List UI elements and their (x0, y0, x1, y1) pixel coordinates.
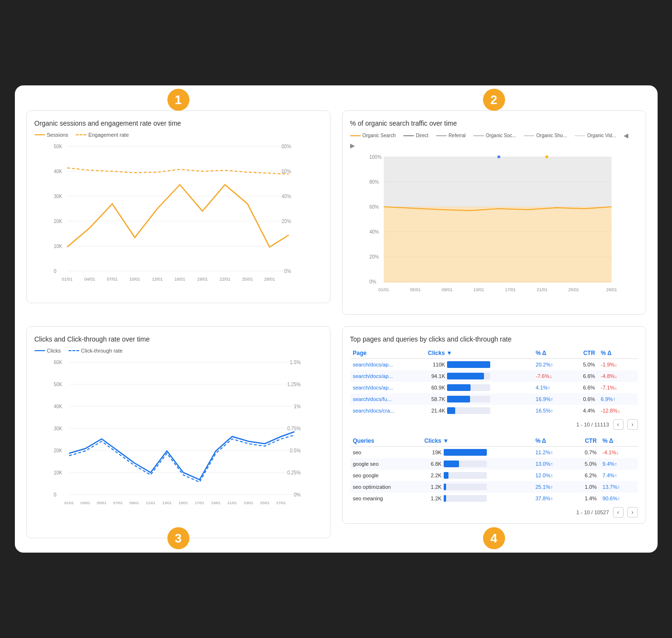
svg-text:17/01: 17/01 (505, 287, 516, 292)
q-clicks-cell: 1.2K (422, 481, 533, 493)
legend-direct: Direct (403, 132, 428, 139)
svg-text:20%: 20% (369, 254, 379, 260)
svg-text:30K: 30K (54, 194, 62, 199)
pct-delta2-cell: -12.8%↓ (598, 405, 638, 416)
query-cell: seo optimization (350, 481, 422, 493)
pages-prev-btn[interactable]: ‹ (613, 419, 624, 430)
organic-soc-icon (473, 135, 484, 136)
svg-text:22/01: 22/01 (219, 277, 230, 282)
col-pct-delta1: % Δ (533, 348, 570, 359)
query-cell: seo google (350, 470, 422, 481)
main-grid: 1 Organic sessions and engagement rate o… (26, 100, 646, 538)
query-cell: seo (350, 447, 422, 459)
ctr-cell: 4.4% (570, 405, 598, 416)
svg-text:80%: 80% (369, 179, 379, 185)
svg-marker-39 (384, 157, 612, 207)
q-clicks-cell: 19K (422, 447, 533, 459)
svg-text:07/01: 07/01 (113, 501, 123, 505)
svg-text:100%: 100% (369, 154, 382, 160)
pct-delta1-cell: 20.2%↑ (533, 359, 570, 371)
legend-engagement-label: Engagement rate (88, 132, 129, 138)
col-q-pct-delta2: % Δ (600, 436, 637, 447)
svg-text:04/01: 04/01 (84, 277, 95, 282)
col-q-pct-delta1: % Δ (532, 436, 570, 447)
svg-text:13/01: 13/01 (152, 277, 163, 282)
legend-sessions-label: Sessions (47, 132, 69, 138)
svg-point-42 (545, 155, 548, 158)
svg-text:01/01: 01/01 (64, 501, 74, 505)
svg-text:25/01: 25/01 (568, 287, 579, 292)
pages-next-btn[interactable]: › (627, 419, 638, 430)
query-cell: seo meaning (350, 493, 422, 504)
svg-point-41 (497, 155, 500, 158)
panel4-wrapper: Top pages and queries by clicks and clic… (342, 326, 646, 538)
queries-pagination: 1 - 10 / 10527 ‹ › (350, 507, 638, 518)
svg-text:40K: 40K (54, 404, 62, 409)
svg-text:13/01: 13/01 (162, 501, 172, 505)
svg-text:05/01: 05/01 (410, 287, 421, 292)
svg-text:17/01: 17/01 (194, 501, 204, 505)
svg-text:09/01: 09/01 (441, 287, 452, 292)
engagement-line-icon (76, 134, 86, 135)
queries-next-btn[interactable]: › (627, 507, 638, 518)
sessions-line-icon (35, 134, 45, 135)
legend-organic-search-label: Organic Search (363, 133, 396, 138)
clicks-cell: 60.9K (425, 382, 533, 393)
queries-prev-btn[interactable]: ‹ (613, 507, 624, 518)
svg-text:60K: 60K (54, 360, 62, 365)
page-cell: search/docs/cra... (350, 405, 425, 416)
svg-text:50K: 50K (54, 144, 62, 149)
pages-table: Page Clicks ▼ % Δ CTR % Δ search/docs/ap… (350, 348, 638, 416)
badge-3: 3 (167, 527, 189, 549)
panel3-svg: 60K 50K 40K 30K 20K 10K 0 1.5% 1.25% 1% … (35, 357, 322, 530)
pages-table-row: search/docs/ap... 60.9K 4.1%↑ 6.6% -7.1%… (350, 382, 638, 393)
clicks-cell: 58.7K (425, 393, 533, 405)
svg-text:21/01: 21/01 (227, 501, 237, 505)
queries-table-row: google seo 6.8K 13.0%↑ 5.0% 9.4%↑ (350, 458, 638, 470)
panel2-chart: 100% 80% 60% 40% 20% 0% (350, 153, 638, 308)
svg-text:25/01: 25/01 (242, 277, 253, 282)
svg-text:25/01: 25/01 (259, 501, 270, 505)
legend-organic-vid: Organic Vid... (575, 132, 616, 139)
col-clicks[interactable]: Clicks ▼ (425, 348, 533, 359)
pct-delta1-cell: -7.6%↓ (533, 370, 570, 382)
col-query[interactable]: Queries (350, 436, 422, 447)
dashboard: 1 Organic sessions and engagement rate o… (15, 85, 658, 553)
q-ctr-cell: 5.0% (571, 458, 600, 470)
svg-text:07/01: 07/01 (106, 277, 118, 282)
pages-pagination: 1 - 10 / 11113 ‹ › (350, 419, 638, 430)
col-page[interactable]: Page (350, 348, 425, 359)
q-pct-delta1-cell: 25.1%↑ (532, 481, 570, 493)
col-q-clicks[interactable]: Clicks ▼ (422, 436, 533, 447)
svg-text:0%: 0% (369, 279, 377, 284)
panel1: Organic sessions and engagement rate ove… (26, 110, 330, 303)
pages-table-row: search/docs/cra... 21.4K 16.5%↑ 4.4% -12… (350, 405, 638, 416)
q-pct-delta2-cell: 13.7%↑ (600, 481, 637, 493)
q-pct-delta1-cell: 11.2%↑ (532, 447, 570, 459)
organic-sho-icon (524, 135, 534, 136)
panel2: % of organic search traffic over time Or… (342, 110, 646, 315)
prev-legend-icon[interactable]: ◀ (624, 132, 628, 139)
legend-organic-vid-label: Organic Vid... (587, 133, 616, 138)
pct-delta1-cell: 16.9%↑ (533, 393, 570, 405)
q-pct-delta2-cell: 90.6%↑ (600, 493, 637, 504)
panel1-svg: 50K 40K 30K 20K 10K 0 80% 60% 40% 20% 0% (35, 142, 322, 295)
svg-text:60%: 60% (369, 204, 379, 210)
svg-text:28/01: 28/01 (264, 277, 275, 282)
svg-text:19/01: 19/01 (197, 277, 208, 282)
q-pct-delta1-cell: 37.8%↑ (532, 493, 570, 504)
panel2-wrapper: 2 % of organic search traffic over time … (342, 100, 646, 315)
referral-icon (436, 135, 447, 136)
legend-clicks: Clicks (35, 348, 61, 354)
ctr-cell: 5.0% (570, 359, 598, 371)
panel1-wrapper: 1 Organic sessions and engagement rate o… (26, 100, 330, 315)
legend-referral: Referral (436, 132, 466, 139)
next-legend-icon[interactable]: ▶ (350, 142, 355, 149)
svg-text:15/01: 15/01 (178, 501, 188, 505)
legend-sessions: Sessions (35, 132, 69, 138)
svg-text:01/01: 01/01 (378, 287, 389, 292)
pct-delta2-cell: -1.9%↓ (598, 359, 638, 371)
panel3-chart: 60K 50K 40K 30K 20K 10K 0 1.5% 1.25% 1% … (35, 357, 322, 532)
svg-text:27/01: 27/01 (276, 501, 286, 505)
panel2-svg: 100% 80% 60% 40% 20% 0% (350, 153, 638, 307)
